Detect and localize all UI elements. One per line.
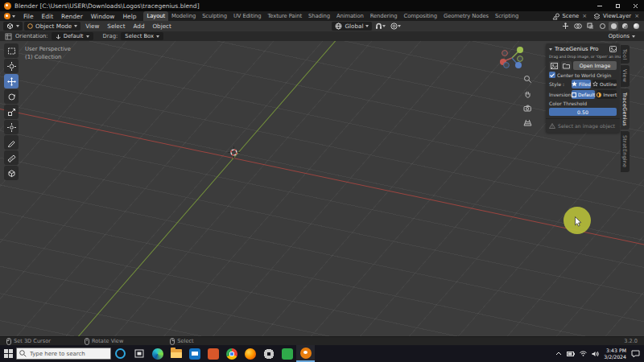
sidebar-tab-tracegenius[interactable]: TraceGenius: [621, 88, 630, 130]
viewport-3d[interactable]: User Perspective (1) Collection: [0, 41, 644, 336]
zoom-control[interactable]: [523, 75, 532, 84]
tool-scale[interactable]: [4, 105, 19, 119]
xray-toggle[interactable]: [585, 23, 596, 30]
proportional-circle-icon: [390, 23, 398, 30]
taskbar-search: [16, 348, 111, 360]
tool-select-box[interactable]: [4, 43, 19, 58]
mouse-left-icon: [6, 338, 11, 345]
inversion-default-button[interactable]: Default: [572, 90, 595, 99]
tool-annotate[interactable]: [4, 135, 19, 150]
taskbar-app-green[interactable]: [278, 345, 296, 362]
workspace-tab-sculpting[interactable]: Sculpting: [199, 11, 230, 21]
action-center-button[interactable]: [631, 350, 640, 358]
taskbar-app-blender-active[interactable]: [296, 345, 315, 362]
workspace-tab-layout[interactable]: Layout: [143, 11, 168, 21]
taskbar-app-firefox[interactable]: [241, 345, 259, 362]
shading-solid-button[interactable]: [609, 22, 618, 31]
options-dropdown[interactable]: Options: [605, 32, 639, 40]
menu-file[interactable]: File: [19, 11, 38, 21]
tool-rotate[interactable]: [4, 89, 19, 104]
show-gizmo-toggle[interactable]: [560, 23, 571, 30]
camera-icon: [523, 104, 532, 113]
show-overlays-toggle[interactable]: [572, 23, 584, 30]
viewlayer-unlink-icon[interactable]: ×: [634, 13, 640, 19]
menu-help[interactable]: Help: [118, 11, 140, 21]
volume-tray-button[interactable]: [592, 351, 599, 357]
proportional-edit-toggle[interactable]: [389, 23, 402, 30]
search-input[interactable]: [16, 348, 111, 360]
snap-toggle[interactable]: [374, 23, 387, 30]
panel-header[interactable]: TraceGenius Pro: [549, 45, 617, 54]
shading-rendered-button[interactable]: [631, 22, 641, 31]
taskbar-app-edge[interactable]: [148, 345, 167, 362]
mode-selector[interactable]: Object Mode: [24, 22, 80, 31]
orientation-dropdown[interactable]: Default: [52, 32, 93, 40]
menu-select[interactable]: Select: [104, 23, 128, 30]
tool-measure[interactable]: [4, 150, 19, 165]
panel-hint: Drag and Drop image, or 'Open' an image: [549, 55, 617, 59]
threshold-value: 0.50: [577, 109, 588, 115]
tool-move[interactable]: [4, 74, 19, 88]
scene-name[interactable]: Scene: [562, 13, 579, 19]
battery-tray-button[interactable]: [567, 352, 575, 356]
workspace-tab-shading[interactable]: Shading: [305, 11, 333, 21]
sidebar-tab-tool[interactable]: Tool: [621, 45, 630, 64]
perspective-toggle-control[interactable]: [523, 118, 532, 127]
taskbar-app-chrome[interactable]: [222, 345, 241, 362]
inversion-invert-button[interactable]: Invert: [597, 90, 617, 99]
menu-view[interactable]: View: [82, 23, 102, 30]
open-image-button[interactable]: Open Image: [573, 61, 617, 70]
menu-render[interactable]: Render: [57, 11, 87, 21]
workspace-tab-texture-paint[interactable]: Texture Paint: [264, 11, 305, 21]
workspace-tab-compositing[interactable]: Compositing: [401, 11, 441, 21]
shading-material-button[interactable]: [620, 22, 630, 31]
task-view-button[interactable]: [130, 345, 148, 362]
taskbar-app-explorer[interactable]: [167, 345, 185, 362]
image-datablock-button[interactable]: [549, 61, 559, 70]
scene-unlink-icon[interactable]: ×: [581, 13, 588, 19]
workspace-tab-uv-editing[interactable]: UV Editing: [230, 11, 264, 21]
menu-object[interactable]: Object: [149, 23, 174, 30]
pan-control[interactable]: [523, 89, 532, 98]
menu-add[interactable]: Add: [130, 23, 148, 30]
maximize-button[interactable]: [609, 0, 626, 11]
sidebar-tab-view[interactable]: View: [621, 65, 630, 86]
blender-menu-button[interactable]: [0, 11, 19, 21]
menu-edit[interactable]: Edit: [38, 11, 58, 21]
status-hint-rotate: Rotate View: [85, 338, 123, 345]
workspace-tab-modeling[interactable]: Modeling: [168, 11, 199, 21]
taskbar-clock[interactable]: 3:43 PM 3/2/2024: [604, 348, 626, 360]
start-button[interactable]: [0, 345, 16, 362]
close-button[interactable]: [626, 0, 644, 11]
workspace-tab-animation[interactable]: Animation: [333, 11, 367, 21]
style-outline-button[interactable]: Outline: [592, 80, 617, 88]
window-controls: [591, 0, 644, 11]
workspace-tab-rendering[interactable]: Rendering: [367, 11, 401, 21]
cortana-button[interactable]: [111, 345, 130, 362]
hidden-icons-button[interactable]: [555, 352, 562, 356]
sidebar-tab-stratengine[interactable]: StratEngine: [621, 131, 630, 171]
center-origin-checkbox[interactable]: [549, 72, 555, 78]
taskbar-app-settings[interactable]: [259, 345, 278, 362]
style-filled-button[interactable]: Filled: [572, 80, 591, 88]
tool-transform[interactable]: [4, 120, 19, 134]
drag-dropdown[interactable]: Select Box: [121, 32, 163, 40]
browse-file-button[interactable]: [561, 61, 572, 70]
tool-add-cube[interactable]: [4, 166, 19, 180]
minimize-button[interactable]: [591, 0, 609, 11]
panel-title: TraceGenius Pro: [555, 46, 598, 52]
network-tray-button[interactable]: [580, 351, 587, 356]
camera-view-control[interactable]: [523, 104, 532, 113]
shading-wireframe-button[interactable]: [597, 22, 607, 31]
taskbar-app-mail[interactable]: [185, 345, 204, 362]
editor-type-button[interactable]: [3, 22, 23, 31]
workspace-tab-geometry-nodes[interactable]: Geometry Nodes: [440, 11, 492, 21]
transform-orientation-selector[interactable]: Global: [332, 22, 372, 31]
taskbar-app-store[interactable]: [204, 345, 222, 362]
color-threshold-slider[interactable]: 0.50: [549, 108, 617, 116]
navigation-gizmo[interactable]: [497, 43, 526, 72]
tool-cursor[interactable]: [4, 59, 19, 73]
workspace-tab-scripting[interactable]: Scripting: [492, 11, 522, 21]
viewlayer-name[interactable]: ViewLayer: [603, 13, 631, 19]
menu-window[interactable]: Window: [87, 11, 119, 21]
